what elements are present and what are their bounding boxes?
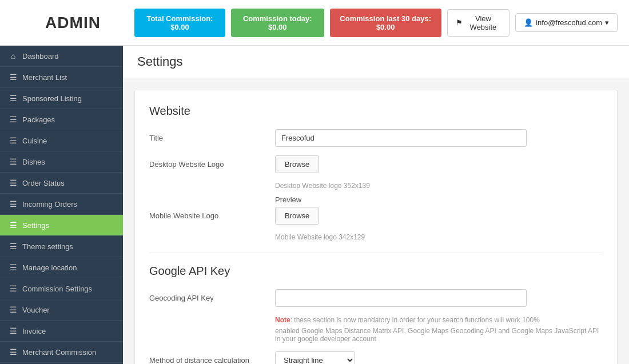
view-website-label: View Website — [465, 14, 501, 31]
sidebar-item-dishes[interactable]: ☰ Dishes — [0, 151, 123, 173]
note-body: : these section is now mandatory in orde… — [290, 316, 540, 324]
sidebar-item-merchant-list[interactable]: ☰ Merchant List — [0, 67, 123, 88]
mobile-logo-browse-button[interactable]: Browse — [275, 207, 319, 225]
total-commission-button[interactable]: Total Commission: $0.00 — [134, 9, 225, 37]
sidebar-item-sponsored-listing[interactable]: ☰ Sponsored Listing — [0, 88, 123, 109]
sidebar-item-invoice[interactable]: ☰ Invoice — [0, 321, 123, 342]
sidebar-item-cuisine[interactable]: ☰ Cuisine — [0, 130, 123, 151]
sidebar-item-label: Merchant List — [22, 73, 67, 82]
sidebar-item-commission-settings[interactable]: ☰ Commission Settings — [0, 278, 123, 299]
sidebar-item-label: Merchant Commission — [22, 348, 96, 357]
merchant-list-icon: ☰ — [9, 73, 18, 82]
title-input[interactable] — [275, 129, 527, 147]
preview-label: Preview — [275, 195, 603, 204]
mobile-logo-label: Mobile Website Logo — [149, 211, 275, 220]
sidebar-item-incoming-orders[interactable]: ☰ Incoming Orders — [0, 194, 123, 215]
sidebar: ⌂ Dashboard ☰ Merchant List ☰ Sponsored … — [0, 46, 123, 364]
commission-today-button[interactable]: Commission today: $0.00 — [231, 9, 324, 37]
commission-icon: ☰ — [9, 284, 18, 293]
sidebar-item-merchant-commission[interactable]: ☰ Merchant Commission — [0, 342, 123, 363]
invoice-icon: ☰ — [9, 326, 18, 335]
geocoding-row: Geocoding API Key — [149, 289, 603, 307]
sidebar-item-dashboard[interactable]: ⌂ Dashboard — [0, 46, 123, 67]
sidebar-item-settings[interactable]: ☰ Settings — [0, 215, 123, 236]
view-website-button[interactable]: ⚑ View Website — [447, 9, 509, 37]
order-status-icon: ☰ — [9, 178, 18, 187]
sidebar-item-label: Dashboard — [22, 52, 59, 61]
merchant-commission-icon: ☰ — [9, 347, 18, 357]
theme-icon: ☰ — [9, 242, 18, 251]
cuisine-icon: ☰ — [9, 136, 18, 145]
user-icon: 👤 — [524, 18, 533, 27]
settings-icon: ☰ — [9, 221, 18, 230]
home-icon: ⌂ — [9, 51, 18, 61]
note-row: Note: these section is now mandatory in … — [275, 315, 603, 324]
sidebar-item-label: Dishes — [22, 158, 45, 166]
sidebar-item-label: Order Status — [22, 179, 65, 187]
distance-calculation-row: Method of distance calculation Straight … — [149, 351, 603, 364]
chevron-down-icon: ▾ — [605, 18, 609, 27]
sidebar-item-label: Manage location — [22, 263, 77, 272]
desktop-logo-row: Desktop Website Logo Browse — [149, 155, 603, 173]
title-field-row: Title — [149, 129, 603, 147]
content-area: Settings Website Title Desktop Website L… — [123, 46, 629, 364]
title-label: Title — [149, 134, 275, 142]
sidebar-item-label: Incoming Orders — [22, 200, 77, 209]
location-icon: ☰ — [9, 263, 18, 272]
page-header: Settings — [123, 46, 629, 78]
google-api-section-title: Google API Key — [149, 265, 603, 278]
sidebar-item-label: Cuisine — [22, 137, 47, 145]
note-text: Note: these section is now mandatory in … — [275, 316, 540, 324]
sidebar-item-label: Invoice — [22, 327, 46, 335]
dishes-icon: ☰ — [9, 157, 18, 166]
sponsored-icon: ☰ — [9, 94, 18, 103]
logo-text: ADMIN — [45, 14, 101, 31]
note-description: enabled Google Maps Distance Matrix API,… — [275, 327, 603, 343]
sidebar-item-label: Packages — [22, 115, 55, 124]
sidebar-item-order-status[interactable]: ☰ Order Status — [0, 173, 123, 194]
desktop-logo-browse-button[interactable]: Browse — [275, 155, 319, 173]
main-layout: ⌂ Dashboard ☰ Merchant List ☰ Sponsored … — [0, 46, 629, 364]
user-menu-button[interactable]: 👤 info@frescofud.com ▾ — [515, 13, 618, 32]
settings-card: Website Title Desktop Website Logo Brows… — [134, 90, 618, 364]
sidebar-item-label: Voucher — [22, 306, 50, 314]
sidebar-item-theme-settings[interactable]: ☰ Theme settings — [0, 236, 123, 257]
page-title: Settings — [137, 54, 615, 69]
top-bar-actions: Total Commission: $0.00 Commission today… — [134, 9, 618, 37]
geocoding-input[interactable] — [275, 289, 527, 307]
sidebar-item-manage-location[interactable]: ☰ Manage location — [0, 257, 123, 278]
commission-30days-button[interactable]: Commission last 30 days: $0.00 — [330, 9, 441, 37]
desktop-logo-hint: Desktop Website logo 352x139 — [275, 182, 603, 190]
logo: ADMIN — [11, 14, 134, 32]
voucher-icon: ☰ — [9, 305, 18, 314]
sidebar-item-label: Theme settings — [22, 242, 73, 251]
distance-calculation-select[interactable]: Straight line Google Maps — [275, 351, 355, 364]
geocoding-label: Geocoding API Key — [149, 294, 275, 302]
section-divider — [149, 253, 603, 253]
sidebar-item-voucher[interactable]: ☰ Voucher — [0, 299, 123, 321]
sidebar-item-label: Settings — [22, 221, 49, 230]
view-website-icon: ⚑ — [456, 18, 463, 27]
mobile-logo-row: Mobile Website Logo Browse — [149, 207, 603, 225]
incoming-orders-icon: ☰ — [9, 199, 18, 209]
sidebar-item-packages[interactable]: ☰ Packages — [0, 109, 123, 130]
distance-calculation-label: Method of distance calculation — [149, 356, 275, 364]
sidebar-item-label: Sponsored Listing — [22, 94, 82, 103]
mobile-logo-hint: Mobile Website logo 342x129 — [275, 233, 603, 241]
packages-icon: ☰ — [9, 115, 18, 124]
sidebar-item-label: Commission Settings — [22, 285, 92, 293]
user-email: info@frescofud.com — [536, 18, 602, 27]
website-section-title: Website — [149, 105, 603, 118]
top-bar: ADMIN Total Commission: $0.00 Commission… — [0, 0, 629, 46]
note-keyword: Note — [275, 316, 290, 324]
desktop-logo-label: Desktop Website Logo — [149, 160, 275, 169]
